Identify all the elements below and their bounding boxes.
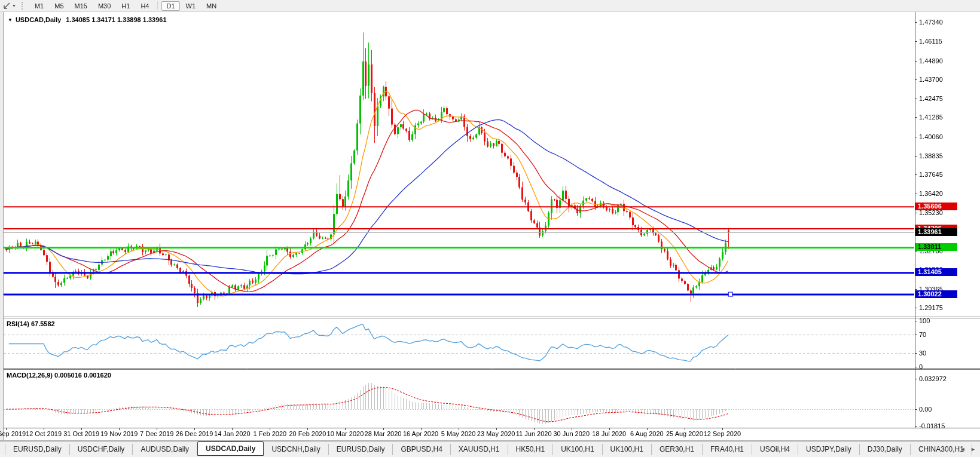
tab-fra40-h1[interactable]: FRA40,H1 [703,444,752,455]
tab-usoil-h4[interactable]: USOil,H4 [752,444,798,455]
tf-button-w1[interactable]: W1 [181,1,201,11]
tab-ger30-h1[interactable]: GER30,H1 [652,444,703,455]
tf-button-d1[interactable]: D1 [161,1,179,11]
tab-eurusd-daily[interactable]: EURUSD,Daily [5,444,70,455]
toolbar-separator [157,1,158,10]
tab-eurusd-daily[interactable]: EURUSD,Daily [329,444,393,455]
tab-audusd-daily[interactable]: AUDUSD,Daily [133,444,197,455]
tab-usdcad-daily[interactable]: USDCAD,Daily [197,441,264,456]
tab-xauusd-h1[interactable]: XAUUSD,H1 [451,444,508,455]
tf-button-mn[interactable]: MN [202,1,221,11]
price-chart-canvas[interactable] [0,0,980,457]
chart-symbol-label: USDCAD,Daily [16,16,61,23]
tab-scroll-arrows: ◄ ► [960,446,978,452]
tf-button-m1[interactable]: M1 [30,1,48,11]
tab-usdjpy-daily[interactable]: USDJPY,Daily [798,444,860,455]
tab-scroll-left-icon[interactable]: ◄ [960,446,967,452]
tab-usdchf-daily[interactable]: USDCHF,Daily [70,444,133,455]
toolbar-grip[interactable] [22,2,25,10]
tf-button-h1[interactable]: H1 [117,1,135,11]
tab-gbpusd-h4[interactable]: GBPUSD,H4 [393,444,450,455]
tab-dj30-daily[interactable]: DJ30,Daily [860,444,911,455]
macd-indicator-label: MACD(12,26,9) 0.005016 0.001620 [7,372,111,379]
tf-button-m15[interactable]: M15 [70,1,92,11]
tf-button-h4[interactable]: H4 [136,1,154,11]
tab-usdcnh-daily[interactable]: USDCNH,Daily [264,444,328,455]
dropdown-caret-icon[interactable]: ▼ [12,4,16,8]
timeframe-buttons: M1M5M15M30H1H4D1W1MN [29,1,222,11]
chart-cursor-icon[interactable] [1,1,12,10]
tab-uk100-h1[interactable]: UK100,H1 [603,444,652,455]
tab-scroll-right-icon[interactable]: ► [970,446,978,452]
chart-tabs: EURUSD,DailyUSDCHF,DailyAUDUSD,DailyUSDC… [0,441,980,457]
chart-ohlc-values: 1.34085 1.34171 1.33898 1.33961 [66,16,166,23]
toolbar: ▼ M1M5M15M30H1H4D1W1MN [0,0,980,12]
chart-tab-bar: EURUSD,DailyUSDCHF,DailyAUDUSD,DailyUSDC… [0,441,980,457]
chart-title: ▼USDCAD,Daily1.34085 1.34171 1.33898 1.3… [8,16,167,23]
tab-uk100-h1[interactable]: UK100,H1 [553,444,602,455]
rsi-indicator-label: RSI(14) 67.5582 [7,320,55,327]
collapse-caret-icon[interactable]: ▼ [8,17,13,23]
tf-button-m5[interactable]: M5 [50,1,68,11]
tab-hk50-h1[interactable]: HK50,H1 [508,444,554,455]
tf-button-m30[interactable]: M30 [93,1,115,11]
